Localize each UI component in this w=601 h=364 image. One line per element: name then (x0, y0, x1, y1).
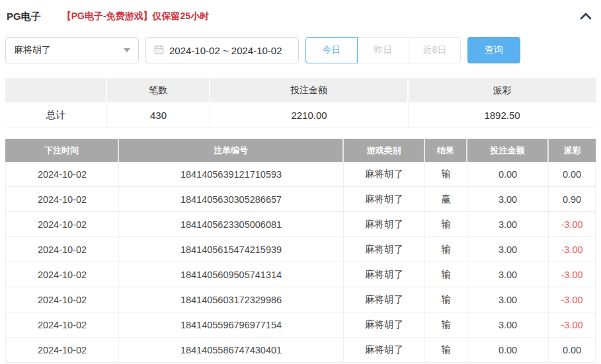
quick-btn-yesterday[interactable]: 昨日 (357, 37, 409, 63)
cell-payout: -3.00 (549, 287, 596, 312)
bet-records-table: 下注时间 注单编号 游戏类别 结果 投注金额 派彩 2024-10-02 184… (5, 139, 596, 363)
cell-bet-amount: 3.00 (467, 262, 549, 287)
summary-table: 笔数 投注金额 派彩 总计 430 2210.00 1892.50 (5, 78, 596, 128)
search-button[interactable]: 查询 (467, 37, 520, 63)
header-bet-amount: 投注金额 (467, 139, 549, 162)
cell-bet-time: 2024-10-02 (5, 237, 119, 262)
cell-order-id: 1841405615474215939 (119, 237, 344, 262)
summary-total-bet-amount: 2210.00 (210, 102, 409, 127)
cell-bet-time: 2024-10-02 (5, 212, 119, 237)
cell-order-id: 1841405609505741314 (119, 262, 344, 287)
date-range-input[interactable]: 2024-10-02 ~ 2024-10-02 (145, 37, 299, 63)
summary-total-row: 总计 430 2210.00 1892.50 (5, 102, 596, 128)
table-row: 2024-10-02 1841405586747430401 麻将胡了 输 0.… (5, 338, 596, 363)
summary-total-label: 总计 (5, 102, 107, 127)
cell-bet-time: 2024-10-02 (5, 312, 119, 337)
table-row: 2024-10-02 1841405603172329986 麻将胡了 输 3.… (5, 287, 596, 312)
cell-order-id: 1841405623305006081 (119, 212, 344, 237)
filter-bar: 麻将胡了 2024-10-02 ~ 2024-10-02 今日 昨日 近8日 查… (5, 37, 596, 63)
cell-payout: -3.00 (549, 262, 596, 287)
cell-payout: 0.00 (549, 338, 596, 362)
summary-header-bet-amount: 投注金额 (210, 78, 409, 102)
summary-header-payout: 派彩 (409, 78, 596, 102)
cell-game-type: 麻将胡了 (344, 287, 425, 312)
quick-btn-today[interactable]: 今日 (305, 37, 358, 63)
cell-game-type: 麻将胡了 (344, 187, 425, 211)
summary-total-payout: 1892.50 (409, 102, 596, 127)
header-game-type: 游戏类别 (344, 139, 425, 162)
header-payout: 派彩 (549, 139, 596, 162)
cell-game-type: 麻将胡了 (344, 338, 425, 362)
cell-bet-amount: 3.00 (467, 312, 549, 337)
cell-result: 输 (425, 212, 467, 237)
table-row: 2024-10-02 1841405630305286657 麻将胡了 赢 3.… (5, 187, 596, 212)
cell-bet-time: 2024-10-02 (5, 187, 119, 211)
summary-header-count: 笔数 (107, 78, 210, 102)
cell-result: 输 (425, 262, 467, 287)
quick-btn-last8days[interactable]: 近8日 (409, 37, 461, 63)
cell-order-id: 1841405639121710593 (119, 162, 344, 186)
game-select[interactable]: 麻将胡了 (5, 37, 139, 63)
header-bet-time: 下注时间 (5, 139, 119, 162)
bet-table-header: 下注时间 注单编号 游戏类别 结果 投注金额 派彩 (5, 139, 596, 162)
chevron-up-icon (580, 12, 592, 22)
table-row: 2024-10-02 1841405623305006081 麻将胡了 输 3.… (5, 212, 596, 237)
header-result: 结果 (425, 139, 467, 162)
cell-payout: -3.00 (549, 312, 596, 337)
cell-bet-amount: 3.00 (467, 187, 549, 211)
cell-game-type: 麻将胡了 (344, 162, 425, 186)
cell-bet-amount: 0.00 (467, 338, 549, 362)
summary-header-empty (5, 78, 107, 102)
cell-order-id: 1841405596796977154 (119, 312, 344, 337)
caret-down-icon (124, 48, 130, 52)
cell-game-type: 麻将胡了 (344, 262, 425, 287)
panel-title: PG电子 (7, 11, 41, 23)
cell-payout: -3.00 (549, 237, 596, 262)
cell-result: 输 (425, 287, 467, 312)
header-order-id: 注单编号 (119, 139, 344, 162)
panel-header: PG电子 【PG电子-免费游戏】仅保留25小时 (0, 0, 601, 33)
panel-notice: 【PG电子-免费游戏】仅保留25小时 (62, 11, 209, 22)
date-range-value: 2024-10-02 ~ 2024-10-02 (169, 45, 282, 56)
cell-bet-time: 2024-10-02 (5, 162, 119, 186)
cell-result: 输 (425, 237, 467, 262)
cell-result: 赢 (425, 187, 467, 211)
cell-bet-amount: 3.00 (467, 287, 549, 312)
collapse-panel-button[interactable] (579, 9, 593, 24)
cell-game-type: 麻将胡了 (344, 312, 425, 337)
cell-result: 输 (425, 312, 467, 337)
cell-payout: -3.00 (549, 212, 596, 237)
summary-total-count: 430 (107, 102, 210, 127)
cell-result: 输 (425, 338, 467, 362)
table-row: 2024-10-02 1841405615474215939 麻将胡了 输 3.… (5, 237, 596, 262)
cell-order-id: 1841405586747430401 (119, 338, 344, 362)
quick-date-button-group: 今日 昨日 近8日 (305, 37, 461, 63)
cell-bet-amount: 0.00 (467, 162, 549, 186)
cell-game-type: 麻将胡了 (344, 237, 425, 262)
table-row: 2024-10-02 1841405596796977154 麻将胡了 输 3.… (5, 312, 596, 338)
cell-order-id: 1841405630305286657 (119, 187, 344, 211)
cell-payout: 0.90 (549, 187, 596, 211)
game-select-value: 麻将胡了 (14, 44, 51, 56)
cell-payout: 0.00 (549, 162, 596, 186)
cell-bet-time: 2024-10-02 (5, 287, 119, 312)
table-row: 2024-10-02 1841405609505741314 麻将胡了 输 3.… (5, 262, 596, 287)
cell-bet-amount: 3.00 (467, 237, 549, 262)
cell-order-id: 1841405603172329986 (119, 287, 344, 312)
cell-bet-time: 2024-10-02 (5, 338, 119, 362)
bet-table-body: 2024-10-02 1841405639121710593 麻将胡了 输 0.… (5, 162, 596, 363)
cell-bet-amount: 3.00 (467, 212, 549, 237)
cell-game-type: 麻将胡了 (344, 212, 425, 237)
summary-table-header: 笔数 投注金额 派彩 (5, 78, 596, 102)
cell-bet-time: 2024-10-02 (5, 262, 119, 287)
cell-result: 输 (425, 162, 467, 186)
calendar-icon (154, 44, 164, 57)
table-row: 2024-10-02 1841405639121710593 麻将胡了 输 0.… (5, 162, 596, 187)
